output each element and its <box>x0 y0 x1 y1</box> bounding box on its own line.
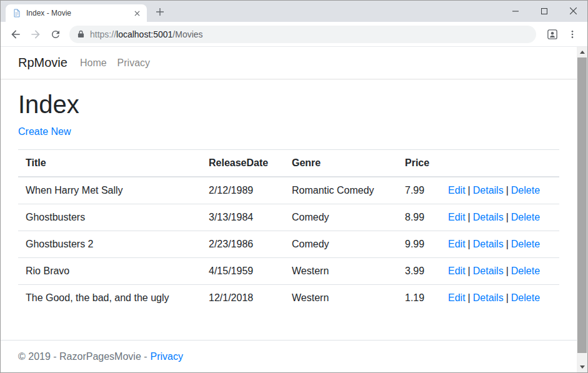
cell-actions: Edit|Details|Delete <box>441 285 559 312</box>
create-new-row: Create New <box>18 124 559 139</box>
cell-release-date: 12/1/2018 <box>201 285 284 312</box>
page-content: RpMovie Home Privacy Index Create New Ti… <box>1 47 577 372</box>
action-separator: | <box>468 185 471 196</box>
footer-copyright: © 2019 - RazorPagesMovie - <box>18 351 147 362</box>
scrollbar-down-icon[interactable] <box>577 362 587 372</box>
url-path: /Movies <box>172 29 202 39</box>
action-separator: | <box>506 266 509 276</box>
close-window-button[interactable] <box>559 1 587 21</box>
cell-title: Ghostbusters <box>18 204 201 231</box>
cell-price: 8.99 <box>397 204 441 231</box>
table-row: Ghostbusters 2 2/23/1986 Comedy 9.99 Edi… <box>18 231 559 258</box>
movies-table-body: When Harry Met Sally 2/12/1989 Romantic … <box>18 177 559 311</box>
nav-link-privacy[interactable]: Privacy <box>117 57 150 69</box>
url-scheme: https:// <box>90 29 116 39</box>
details-link[interactable]: Details <box>473 212 504 222</box>
page-viewport: RpMovie Home Privacy Index Create New Ti… <box>1 47 587 372</box>
delete-link[interactable]: Delete <box>511 266 540 276</box>
action-separator: | <box>506 212 509 222</box>
cell-actions: Edit|Details|Delete <box>441 231 559 258</box>
site-footer: © 2019 - RazorPagesMovie - Privacy <box>1 340 577 372</box>
cell-genre: Comedy <box>284 204 397 231</box>
scrollbar-thumb[interactable] <box>577 57 587 353</box>
edit-link[interactable]: Edit <box>448 266 466 276</box>
cell-release-date: 4/15/1959 <box>201 258 284 285</box>
reload-icon[interactable] <box>47 26 64 43</box>
table-header-row: Title ReleaseDate Genre Price <box>18 150 559 177</box>
url-host: localhost:5001 <box>116 29 172 39</box>
maximize-button[interactable] <box>530 1 559 21</box>
back-icon[interactable] <box>7 26 24 43</box>
page-title: Index <box>18 89 559 119</box>
profile-icon[interactable] <box>544 26 561 43</box>
action-separator: | <box>468 239 471 249</box>
col-price-header: Price <box>397 150 441 177</box>
menu-icon[interactable] <box>564 26 581 43</box>
cell-genre: Romantic Comedy <box>284 177 397 204</box>
url-text: https://localhost:5001/Movies <box>90 29 203 39</box>
cell-title: Ghostbusters 2 <box>18 231 201 258</box>
cell-title: Rio Bravo <box>18 258 201 285</box>
table-row: Rio Bravo 4/15/1959 Western 3.99 Edit|De… <box>18 258 559 285</box>
footer-privacy-link[interactable]: Privacy <box>151 351 183 362</box>
delete-link[interactable]: Delete <box>511 239 540 249</box>
col-title-header: Title <box>18 150 201 177</box>
details-link[interactable]: Details <box>473 292 504 303</box>
cell-price: 9.99 <box>397 231 441 258</box>
col-release-date-header: ReleaseDate <box>201 150 284 177</box>
tab-close-icon[interactable] <box>132 8 142 18</box>
cell-release-date: 2/12/1989 <box>201 177 284 204</box>
col-actions-header <box>441 150 559 177</box>
tab-title: Index - Movie <box>26 9 127 17</box>
browser-tab[interactable]: Index - Movie <box>6 4 147 22</box>
col-genre-header: Genre <box>284 150 397 177</box>
action-separator: | <box>468 292 471 303</box>
details-link[interactable]: Details <box>473 266 504 276</box>
address-bar[interactable]: https://localhost:5001/Movies <box>69 26 536 43</box>
brand-link[interactable]: RpMovie <box>18 56 67 70</box>
details-link[interactable]: Details <box>473 239 504 249</box>
create-new-link[interactable]: Create New <box>18 126 71 137</box>
cell-price: 1.19 <box>397 285 441 312</box>
table-row: The Good, the bad, and the ugly 12/1/201… <box>18 285 559 312</box>
edit-link[interactable]: Edit <box>448 292 466 303</box>
cell-actions: Edit|Details|Delete <box>441 204 559 231</box>
cell-title: The Good, the bad, and the ugly <box>18 285 201 312</box>
cell-release-date: 3/13/1984 <box>201 204 284 231</box>
forward-icon[interactable] <box>27 26 44 43</box>
browser-window: Index - Movie <box>0 0 588 373</box>
lock-icon <box>77 30 84 38</box>
tab-favicon-icon <box>12 9 21 17</box>
action-separator: | <box>506 239 509 249</box>
movies-table: Title ReleaseDate Genre Price When Harry… <box>18 149 559 311</box>
nav-link-home[interactable]: Home <box>80 57 107 69</box>
browser-toolbar: https://localhost:5001/Movies <box>1 22 587 47</box>
delete-link[interactable]: Delete <box>511 292 540 303</box>
cell-price: 7.99 <box>397 177 441 204</box>
cell-genre: Comedy <box>284 231 397 258</box>
cell-actions: Edit|Details|Delete <box>441 258 559 285</box>
minimize-button[interactable] <box>501 1 530 21</box>
delete-link[interactable]: Delete <box>511 212 540 222</box>
cell-genre: Western <box>284 258 397 285</box>
action-separator: | <box>468 212 471 222</box>
details-link[interactable]: Details <box>473 185 504 196</box>
edit-link[interactable]: Edit <box>448 239 466 249</box>
main-content: Index Create New Title ReleaseDate Genre… <box>1 89 577 311</box>
action-separator: | <box>506 292 509 303</box>
table-row: Ghostbusters 3/13/1984 Comedy 8.99 Edit|… <box>18 204 559 231</box>
cell-genre: Western <box>284 285 397 312</box>
cell-actions: Edit|Details|Delete <box>441 177 559 204</box>
site-navbar: RpMovie Home Privacy <box>1 47 577 79</box>
cell-title: When Harry Met Sally <box>18 177 201 204</box>
edit-link[interactable]: Edit <box>448 212 466 222</box>
cell-price: 3.99 <box>397 258 441 285</box>
delete-link[interactable]: Delete <box>511 185 540 196</box>
new-tab-button[interactable] <box>152 5 168 19</box>
table-row: When Harry Met Sally 2/12/1989 Romantic … <box>18 177 559 204</box>
action-separator: | <box>468 266 471 276</box>
window-controls <box>501 1 587 21</box>
scrollbar-up-icon[interactable] <box>577 47 587 57</box>
edit-link[interactable]: Edit <box>448 185 466 196</box>
scrollbar[interactable] <box>577 47 587 372</box>
